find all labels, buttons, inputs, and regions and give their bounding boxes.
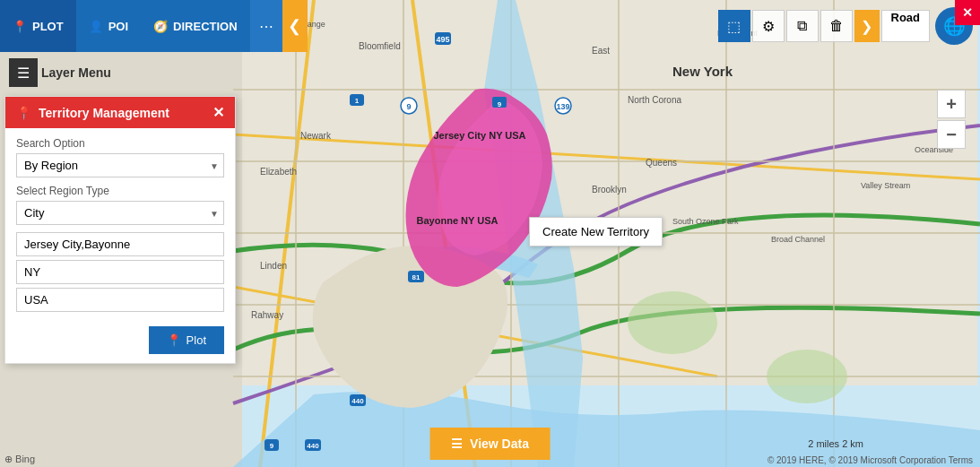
panel-close-button[interactable]: ✕ bbox=[212, 104, 224, 121]
panel-body: Search Option By RegionBy ZipBy State ▼ … bbox=[5, 128, 235, 363]
panel-header: 📍 Territory Management ✕ bbox=[5, 97, 235, 128]
zoom-controls: + − bbox=[937, 90, 966, 149]
view-data-label: View Data bbox=[470, 437, 529, 451]
svg-text:9: 9 bbox=[498, 100, 502, 108]
svg-text:Brooklyn: Brooklyn bbox=[592, 185, 627, 195]
svg-text:North Corona: North Corona bbox=[628, 95, 681, 105]
svg-text:9: 9 bbox=[270, 442, 274, 450]
panel-location-icon: 📍 bbox=[16, 106, 31, 120]
region-type-label: Select Region Type bbox=[16, 185, 224, 197]
search-option-wrapper: By RegionBy ZipBy State ▼ bbox=[16, 153, 224, 177]
search-option-select[interactable]: By RegionBy ZipBy State bbox=[16, 153, 224, 177]
svg-text:Newark: Newark bbox=[300, 131, 332, 141]
scale-text: 2 miles 2 km bbox=[808, 438, 863, 449]
search-option-label: Search Option bbox=[16, 137, 224, 150]
svg-text:Jersey City NY USA: Jersey City NY USA bbox=[433, 130, 525, 141]
svg-text:Valley Stream: Valley Stream bbox=[861, 181, 910, 190]
copyright: © 2019 HERE, © 2019 Microsoft Corporatio… bbox=[768, 455, 973, 465]
more-icon: ⋯ bbox=[259, 18, 273, 35]
country-input[interactable] bbox=[16, 288, 224, 312]
svg-text:81: 81 bbox=[412, 273, 421, 281]
svg-text:139: 139 bbox=[556, 102, 569, 111]
map-top-controls: ⬚ ⚙ ⧉ 🗑 ❯ Road 🌐 bbox=[718, 7, 974, 45]
svg-text:440: 440 bbox=[351, 397, 364, 405]
layers-icon: ☰ bbox=[17, 65, 30, 82]
svg-text:Queens: Queens bbox=[646, 158, 677, 168]
copy-button[interactable]: ⧉ bbox=[786, 10, 819, 42]
delete-button[interactable]: 🗑 bbox=[820, 10, 853, 42]
more-button[interactable]: ⋯ bbox=[250, 0, 282, 52]
city-input[interactable] bbox=[16, 232, 224, 256]
svg-text:440: 440 bbox=[307, 442, 319, 450]
create-territory-tooltip[interactable]: Create New Territory bbox=[529, 217, 663, 246]
gear-icon: ⚙ bbox=[762, 18, 775, 35]
svg-text:9: 9 bbox=[406, 102, 411, 111]
region-type-wrapper: CityStateZipCounty ▼ bbox=[16, 201, 224, 225]
view-data-icon: ☰ bbox=[451, 437, 463, 451]
direction-icon: 🧭 bbox=[153, 20, 168, 33]
svg-text:New York: New York bbox=[672, 64, 733, 79]
zoom-out-icon: − bbox=[946, 125, 957, 145]
plot-button[interactable]: 📍 PLOT bbox=[0, 0, 76, 52]
plot-button-panel[interactable]: 📍 Plot bbox=[149, 326, 224, 354]
poi-icon: 👤 bbox=[89, 20, 103, 33]
road-label: Road bbox=[891, 11, 921, 24]
svg-text:South Ozone Park: South Ozone Park bbox=[672, 217, 739, 226]
forward-icon: ❯ bbox=[861, 18, 872, 35]
svg-text:Elizabeth: Elizabeth bbox=[260, 167, 297, 177]
select-icon: ⬚ bbox=[727, 18, 741, 35]
svg-text:1: 1 bbox=[355, 97, 360, 105]
plot-btn-icon: 📍 bbox=[167, 333, 181, 347]
settings-button[interactable]: ⚙ bbox=[752, 10, 785, 42]
panel-title: Territory Management bbox=[39, 106, 169, 120]
panel-header-left: 📍 Territory Management bbox=[16, 106, 169, 120]
trash-icon: 🗑 bbox=[829, 18, 844, 34]
forward-button[interactable]: ❯ bbox=[854, 10, 880, 42]
zoom-in-button[interactable]: + bbox=[937, 90, 966, 118]
copyright-text: © 2019 HERE, © 2019 Microsoft Corporatio… bbox=[768, 455, 973, 465]
direction-label: DIRECTION bbox=[173, 20, 238, 33]
road-view-button[interactable]: Road bbox=[881, 10, 931, 42]
state-input[interactable] bbox=[16, 260, 224, 284]
svg-text:Rahway: Rahway bbox=[251, 310, 283, 320]
scale-bar: 2 miles 2 km bbox=[808, 438, 863, 449]
arrow-icon: ❮ bbox=[288, 16, 301, 36]
layer-menu-label: Layer Menu bbox=[41, 58, 111, 87]
svg-point-19 bbox=[767, 350, 847, 403]
territory-panel: 📍 Territory Management ✕ Search Option B… bbox=[4, 96, 236, 364]
layer-menu-icon[interactable]: ☰ bbox=[9, 58, 38, 87]
zoom-out-button[interactable]: − bbox=[937, 120, 966, 149]
create-territory-label: Create New Territory bbox=[542, 225, 649, 238]
bing-label: ⊕ Bing bbox=[4, 454, 35, 465]
svg-text:Broad Channel: Broad Channel bbox=[771, 235, 825, 244]
svg-text:Bayonne NY USA: Bayonne NY USA bbox=[417, 215, 499, 226]
svg-text:Linden: Linden bbox=[260, 261, 287, 271]
copy-icon: ⧉ bbox=[797, 18, 807, 34]
plot-icon: 📍 bbox=[13, 20, 27, 33]
close-icon: ✕ bbox=[962, 5, 973, 20]
zoom-in-icon: + bbox=[946, 94, 957, 115]
select-mode-button[interactable]: ⬚ bbox=[718, 10, 750, 42]
plot-btn-label: Plot bbox=[186, 333, 206, 347]
bing-logo: ⊕ Bing bbox=[4, 454, 35, 465]
poi-button[interactable]: 👤 POI bbox=[76, 0, 141, 52]
view-data-button[interactable]: ☰ View Data bbox=[429, 428, 551, 460]
region-type-select[interactable]: CityStateZipCounty bbox=[16, 201, 224, 225]
direction-button[interactable]: 🧭 DIRECTION bbox=[141, 0, 250, 52]
collapse-button[interactable]: ❮ bbox=[282, 0, 308, 52]
poi-label: POI bbox=[108, 20, 128, 33]
window-close-button[interactable]: ✕ bbox=[955, 0, 980, 25]
svg-point-18 bbox=[628, 291, 717, 354]
plot-label: PLOT bbox=[32, 20, 64, 33]
